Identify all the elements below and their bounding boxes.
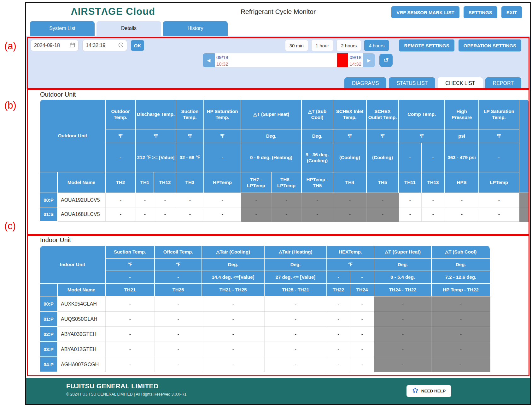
value-cell: - <box>265 327 327 342</box>
outdoor-table-wrap: Outdoor Unit Outdoor Temp. Discharge Tem… <box>40 100 529 222</box>
timeline-next-button[interactable]: ▶ <box>363 53 375 67</box>
value-cell: - <box>106 207 136 222</box>
table-row: 01:P AUQS050GLAH - - - - - - - - <box>40 312 490 327</box>
column-header: △T (Sub Cool) <box>302 100 333 129</box>
range-4hours-button[interactable]: 4 hours <box>364 40 389 51</box>
value-cell: - <box>265 357 327 372</box>
time-value: 14:32:19 <box>86 43 118 48</box>
value-cell: - <box>432 342 490 357</box>
column-header: Suction Temp. <box>176 100 204 129</box>
value-cell: - <box>350 327 374 342</box>
tab-report[interactable]: REPORT <box>485 77 521 89</box>
sensor-header: TH24 - TH22 <box>374 284 432 296</box>
column-header: △T (Sub Cool) <box>432 246 490 259</box>
value-cell: - <box>327 296 350 312</box>
help-icon <box>412 387 418 395</box>
footer-company: FUJITSU GENERAL LIMITED <box>66 382 158 390</box>
value-cell: - <box>333 193 367 207</box>
value-cell: - <box>350 357 374 372</box>
time-range-group: 30 min 1 hour 2 hours 4 hours <box>285 40 389 51</box>
value-cell: - <box>445 207 479 222</box>
column-header: SCHEX Inlet Temp. <box>333 100 367 129</box>
range-header: - <box>106 143 136 172</box>
range-header: (Cooling) <box>367 143 399 172</box>
value-cell: - <box>136 193 154 207</box>
model-name-cell: AUQS050GLAH <box>58 312 106 327</box>
datetime-row: 2024-09-18 14:32:19 OK 30 min 1 hour <box>31 39 521 51</box>
row-id: 01:P <box>40 312 58 327</box>
value-cell: - <box>350 312 374 327</box>
range-header: (Cooling) <box>333 143 367 172</box>
indoor-section-title: Indoor Unit <box>40 236 71 244</box>
value-cell: - <box>202 342 265 357</box>
airstage-cloud-logo: ΛIRSTΛGE Cloud <box>71 6 155 17</box>
clipped-cell <box>519 193 529 207</box>
range-header: 0 - 5.4 deg. <box>374 271 432 284</box>
app-footer: FUJITSU GENERAL LIMITED © 2024 FUJITSU G… <box>26 378 530 404</box>
range-header: 363 - 479 psi <box>445 143 479 172</box>
sensor-header: TH25 - TH21 <box>265 284 327 296</box>
time-input[interactable]: 14:32:19 <box>82 40 127 51</box>
value-cell: - <box>374 296 432 312</box>
tab-details[interactable]: Details <box>96 21 161 36</box>
value-cell: - <box>479 207 519 222</box>
vrf-sensor-mark-list-button[interactable]: VRF SENSOR MARK LIST <box>391 6 459 18</box>
footer-copyright: © 2024 FUJITSU GENERAL LIMITED | All Rig… <box>66 392 187 397</box>
row-id: 01:S <box>40 207 58 222</box>
chevron-left-icon: ◀ <box>207 58 211 63</box>
value-cell: - <box>367 207 399 222</box>
page-title: Refrigerant Cycle Monitor <box>241 8 316 15</box>
refresh-icon: ↺ <box>383 57 389 64</box>
ok-button[interactable]: OK <box>131 40 144 51</box>
sensor-header: TH13 <box>422 172 445 193</box>
value-cell: - <box>302 207 333 222</box>
unit-header: Deg. <box>302 129 333 143</box>
date-input[interactable]: 2024-09-18 <box>31 40 79 51</box>
unit-header: Deg. <box>265 259 327 271</box>
refresh-button[interactable]: ↺ <box>379 54 393 67</box>
timeline-prev-button[interactable]: ◀ <box>203 53 215 67</box>
timeline-end-label: 09/18 14:32 <box>348 53 363 67</box>
column-header: △Tair (Heating) <box>265 246 327 259</box>
unit-header: ℉ <box>136 129 176 143</box>
range-2hours-button[interactable]: 2 hours <box>336 40 361 51</box>
value-cell: - <box>327 312 350 327</box>
value-cell: - <box>272 193 302 207</box>
app-window: ΛIRSTΛGE Cloud Refrigerant Cycle Monitor… <box>25 2 531 405</box>
range-header: - <box>479 143 519 172</box>
unit-header: ℉ <box>155 259 202 271</box>
value-cell: - <box>204 207 241 222</box>
tab-history[interactable]: History <box>163 21 228 36</box>
column-header: High Pressure <box>445 100 479 129</box>
value-cell: - <box>155 327 202 342</box>
column-header: Outdoor Temp. <box>106 100 136 129</box>
table-row: 01:S AOUA168ULCV5 - - - - - - - - - - - … <box>40 207 529 222</box>
row-id: 00:P <box>40 193 58 207</box>
app-header: ΛIRSTΛGE Cloud Refrigerant Cycle Monitor… <box>26 3 530 21</box>
timeline-position-marker[interactable] <box>337 53 348 67</box>
column-header: Comp Temp. <box>399 100 445 129</box>
value-cell: - <box>202 357 265 372</box>
timeline-track[interactable]: 09/18 10:32 09/18 14:32 <box>215 53 363 67</box>
settings-button[interactable]: SETTINGS <box>464 6 497 18</box>
sensor-header: TH25 <box>155 284 202 296</box>
model-name-cell: AOUA192ULCV5 <box>58 193 106 207</box>
value-cell: - <box>155 342 202 357</box>
range-30min-button[interactable]: 30 min <box>285 40 308 51</box>
tab-status-list[interactable]: STATUS LIST <box>389 77 435 89</box>
tab-check-list[interactable]: CHECK LIST <box>438 77 482 89</box>
remote-settings-button[interactable]: REMOTE SETTINGS <box>399 39 454 51</box>
model-name-cell: AUXK054GLAH <box>58 296 106 312</box>
operation-settings-button[interactable]: OPERATION SETTINGS <box>459 39 521 51</box>
range-header: 7.2 - 12.6 deg. <box>432 271 490 284</box>
exit-button[interactable]: EXIT <box>501 6 522 18</box>
range-header: 9 - 36 deg. (Cooling) <box>302 143 333 172</box>
need-help-button[interactable]: NEED HELP <box>406 385 451 397</box>
range-1hour-button[interactable]: 1 hour <box>311 40 334 51</box>
value-cell: - <box>350 342 374 357</box>
tab-system-list[interactable]: System List <box>30 21 95 36</box>
sensor-header: HPTemp <box>204 172 241 193</box>
control-panel: 2024-09-18 14:32:19 OK 30 min 1 hour <box>26 36 530 89</box>
tab-diagrams[interactable]: DIAGRAMS <box>344 77 386 89</box>
column-header: LP Saturation Temp. <box>479 100 519 129</box>
